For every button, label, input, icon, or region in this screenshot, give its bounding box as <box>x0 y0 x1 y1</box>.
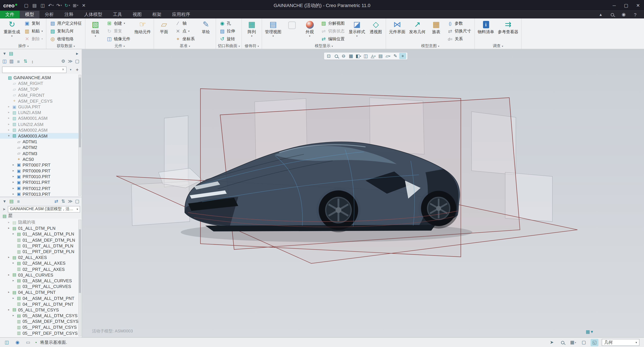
model-tree-row[interactable]: ▱ ADTM1 <box>0 139 82 145</box>
pattern-button[interactable]: ▦ 阵列 ▾ <box>244 19 260 44</box>
layer-row[interactable]: ▸ ▤ 05__ASM_ALL_DTM_CSYS <box>0 313 82 319</box>
minimize-button[interactable]: ─ <box>608 0 620 11</box>
layer-row[interactable]: ▸ ▤ 04__ASM_ALL_DTM_PNT <box>0 295 82 301</box>
expand-arrow-icon[interactable]: ▸ <box>12 279 15 282</box>
model-tree-row[interactable]: ▱ ASM_RIGHT <box>0 80 82 86</box>
layer-row[interactable]: ▸ ▤ 隐藏的项 <box>0 220 82 225</box>
layer-row[interactable]: ▸ ▤ 03_ALL_CURVES <box>0 272 82 278</box>
layer-row[interactable]: ▥ 04__PRT_ALL_DTM_PNT <box>0 301 82 307</box>
graphics-viewport[interactable]: 活动子模型: ASM0003 <box>82 49 644 337</box>
copy-button[interactable]: ▣ 复制 <box>23 20 44 27</box>
expand-arrow-icon[interactable]: ▸ <box>12 175 15 178</box>
model-tree-scrollbar[interactable] <box>78 75 81 196</box>
expand-arrow-icon[interactable]: ▸ <box>7 227 11 230</box>
front-wheel[interactable] <box>319 190 358 230</box>
group-label-datum[interactable]: 基准▾ <box>156 43 214 49</box>
close-button[interactable]: ✕ <box>632 0 644 11</box>
model-tree-row[interactable]: ▸ ▧ ASM0001.ASM <box>0 115 82 121</box>
model-tree-row[interactable]: ▸ ▣ PRT0009.PRT <box>0 168 82 174</box>
expand-arrow-icon[interactable]: ▸ <box>7 117 11 120</box>
expand-arrow-icon[interactable]: ▾ <box>7 134 11 137</box>
tree-expand-all-icon[interactable]: ↕ <box>30 59 35 64</box>
model-tree-row[interactable]: ▧ GAINIANCHE.ASM <box>0 75 82 80</box>
maximize-button[interactable]: ▢ <box>620 0 632 11</box>
layer-row[interactable]: ▥ 03__PRT_ALL_CURVES <box>0 284 82 290</box>
window-icon[interactable]: ⊞▾ <box>72 1 80 9</box>
udf-button[interactable]: ▨ 用户定义特征 <box>48 20 84 27</box>
model-tree-row[interactable]: ▸ ▣ PRT0010.PRT <box>0 174 82 179</box>
tab-model[interactable]: 模型 <box>20 11 39 18</box>
publish-geometry-button[interactable]: ↗ 发布几何 <box>408 19 427 44</box>
panel-detach-icon[interactable]: ▸ <box>75 51 80 56</box>
expand-arrow-icon[interactable]: ▸ <box>12 181 15 184</box>
layer-row[interactable]: ▥ 05__PRT_DEF_DTM_CSYS <box>0 330 82 336</box>
help-icon[interactable]: ? <box>631 11 639 18</box>
layer-tree-scrollbar[interactable] <box>78 220 81 337</box>
model-tree-row[interactable]: ▾ ▧ ASM0003.ASM <box>0 133 82 139</box>
model-tree-row[interactable]: ▱ ASM_FRONT <box>0 92 82 98</box>
save-icon[interactable]: ◫▾ <box>39 1 46 9</box>
zoom-in-icon[interactable]: ▾ <box>333 53 340 59</box>
sections-button[interactable]: ▢ <box>284 19 300 44</box>
group-label-operations[interactable]: 操作▾ <box>2 43 44 49</box>
display-style-button[interactable]: ◪ 显示样式 ▾ <box>348 19 366 44</box>
show-section-icon[interactable]: ◫▾ <box>362 53 369 59</box>
tab-annotate[interactable]: 注释 <box>59 11 79 18</box>
find-icon[interactable]: ▾ <box>558 339 566 346</box>
layer-row[interactable]: ▸ ▤ 05_ALL_DTM_CSYS <box>0 307 82 313</box>
csys-button[interactable]: ⌖ 坐标系 <box>174 35 196 43</box>
tab-file[interactable]: 文件 <box>0 11 20 18</box>
switch-dimensions-button[interactable]: ⇄ 切换尺寸 <box>446 27 472 35</box>
expand-arrow-icon[interactable]: ▸ <box>12 163 15 167</box>
refit-icon[interactable]: ⊡▾ <box>325 53 332 59</box>
relations-button[interactable]: d= 关系 <box>446 35 472 43</box>
graphics-grid-caret-icon[interactable]: ▾ <box>591 329 593 335</box>
tab-manikin[interactable]: 人体模型 <box>79 11 108 18</box>
model-tree-row[interactable]: ▸ ▧ LUNZI2.ASM <box>0 121 82 127</box>
repeat-button[interactable]: ↻ 重复 <box>105 27 132 35</box>
delete-button[interactable]: ✕ 删除 ▾ <box>23 35 44 43</box>
expand-arrow-icon[interactable]: ▸ <box>7 122 11 126</box>
web-browser-icon[interactable]: ◉ <box>14 338 21 347</box>
expand-arrow-icon[interactable]: ▸ <box>12 187 15 190</box>
expand-arrow-icon[interactable]: ▸ <box>12 192 15 196</box>
shrinkwrap-button[interactable]: ◎ 收缩包络 <box>48 35 84 43</box>
layer-row[interactable]: ▸ ▤ 03__ASM_ALL_CURVES <box>0 278 82 284</box>
expand-arrow-icon[interactable]: ▸ <box>12 169 15 172</box>
accessory-window-icon[interactable]: ▭ <box>24 338 32 347</box>
new-file-icon[interactable]: ▢▾ <box>22 1 30 9</box>
layer-row[interactable]: ▸ ▤ 02__ASM_ALL_AXES <box>0 260 82 266</box>
tab-framework[interactable]: 框架 <box>147 11 167 18</box>
rear-wheel[interactable] <box>421 191 456 226</box>
annotation-select-icon[interactable]: ➤▾ <box>548 339 556 346</box>
parameters-button[interactable]: {} 参数 <box>446 20 472 27</box>
expand-arrow-icon[interactable]: ▸ <box>7 256 11 259</box>
selection-options-icon[interactable]: ▦▾ <box>569 339 577 346</box>
layer-scope-combo[interactable]: GAINIANCHE.ASM (顶层模型，活动的) ▾ <box>8 206 80 212</box>
layer-row[interactable]: ▸ ▤ 01__ASM_ALL_DTM_PLN <box>0 231 82 237</box>
spin-center-icon[interactable]: ⌖▾ <box>399 53 406 59</box>
tab-analysis[interactable]: 分析 <box>40 11 59 18</box>
perspective-button[interactable]: ◇ 透视图 <box>368 19 384 44</box>
view-manager-icon[interactable]: ▤▾ <box>377 53 384 59</box>
expand-arrow-icon[interactable]: ▸ <box>7 128 11 132</box>
expand-arrow-icon[interactable]: ▸ <box>7 291 11 294</box>
open-file-icon[interactable]: ▤▾ <box>30 1 38 9</box>
layer-transfer-icon[interactable]: ⇄ <box>54 199 58 204</box>
axis-button[interactable]: ∕ 轴 <box>174 20 196 27</box>
repaint-icon[interactable]: ▦▾ <box>348 53 354 59</box>
expand-arrow-icon[interactable]: ▸ <box>7 221 11 224</box>
model-tree-row[interactable]: ⌖ ACS0 <box>0 156 82 162</box>
switch-state-button[interactable]: ⇌ 切换状态 <box>319 27 346 35</box>
display-style-icon[interactable]: ◧▾ <box>355 53 362 59</box>
ribbon-display-options-icon[interactable]: ▴ <box>597 11 604 18</box>
add-filter-icon[interactable]: + <box>75 67 80 72</box>
layer-list-icon[interactable]: ≡ <box>16 199 21 204</box>
layer-row[interactable]: ▥ 01__PRT_DEF_DTM_PLN <box>0 249 82 254</box>
group-label-investigate[interactable]: 调查▾ <box>476 43 520 49</box>
exploded-view-button[interactable]: ▧ 分解视图 <box>319 20 346 27</box>
tree-doc-icon[interactable]: ▢ <box>75 59 80 64</box>
annotations-icon[interactable]: ✎▾ <box>392 53 399 59</box>
tree-columns-icon[interactable]: ▥ <box>9 59 14 64</box>
paste-button[interactable]: ▥ 粘贴 ▾ <box>23 27 44 35</box>
